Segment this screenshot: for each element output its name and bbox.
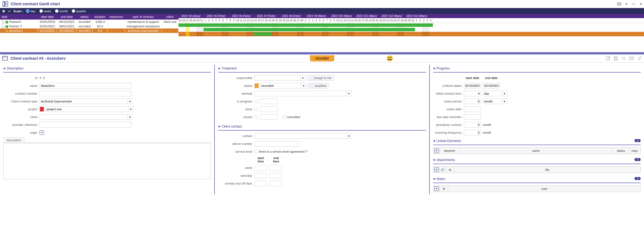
- initial-term-input[interactable]: [464, 91, 481, 96]
- col-duration[interactable]: duration: [92, 14, 108, 20]
- name-input[interactable]: [40, 83, 132, 88]
- description-textarea[interactable]: [3, 143, 211, 179]
- saturday-start-input[interactable]: [254, 173, 267, 178]
- col-status[interactable]: status: [77, 14, 92, 20]
- qualified-button[interactable]: qualified: [308, 83, 329, 88]
- week-start-input[interactable]: [254, 165, 267, 171]
- sla-checkbox[interactable]: [254, 150, 258, 153]
- gantt-month-header: 2021 #9 (Marc): [304, 14, 329, 18]
- table-row[interactable]: AssisServ 02/15/202102/19/2021recorded4 …: [0, 28, 179, 33]
- responsible-caret[interactable]: ▾: [300, 75, 305, 81]
- notice-date-input[interactable]: [464, 106, 481, 112]
- scale-week-radio[interactable]: week: [39, 9, 51, 13]
- type-dropdown-caret[interactable]: ▾: [127, 99, 132, 104]
- attachment-add-button[interactable]: +: [434, 167, 439, 172]
- initial-term-caret[interactable]: ▾: [502, 91, 507, 96]
- menu-more-icon[interactable]: •••: [631, 1, 636, 6]
- provider-reference-input[interactable]: [40, 122, 132, 128]
- col-resources[interactable]: resources: [108, 14, 125, 20]
- col-start[interactable]: start date: [38, 14, 57, 20]
- closed-checkbox[interactable]: [254, 115, 258, 119]
- renewal-caret[interactable]: ▾: [346, 91, 351, 96]
- attachment-link-icon[interactable]: 🔗: [441, 168, 445, 171]
- email-icon[interactable]: [629, 56, 634, 61]
- done-checkbox[interactable]: [254, 107, 258, 111]
- periodicity-input[interactable]: [464, 122, 481, 128]
- gantt-bar[interactable]: [254, 32, 272, 36]
- project-select[interactable]: [45, 106, 128, 112]
- invoicing-input[interactable]: [464, 130, 481, 135]
- note-add-button[interactable]: +: [434, 186, 439, 191]
- attachment-icon[interactable]: [637, 56, 642, 61]
- week-end-input[interactable]: [270, 165, 282, 171]
- scale-day-radio[interactable]: day: [26, 9, 35, 13]
- sunday-end-input[interactable]: [270, 181, 282, 186]
- initial-term-unit[interactable]: [483, 91, 502, 96]
- col-type[interactable]: type of contract: [125, 14, 161, 20]
- closed-date-input[interactable]: [260, 114, 278, 120]
- status-pill: recorded: [310, 55, 334, 61]
- refresh-icon[interactable]: [621, 56, 626, 61]
- scale-toolbar: ▣ ▭ Scale : day week month quarter: [0, 8, 644, 14]
- notice-period-caret[interactable]: ▾: [502, 99, 507, 104]
- saturday-end-input[interactable]: [270, 173, 282, 178]
- status-caret[interactable]: ▾: [301, 83, 306, 88]
- gantt-row[interactable]: [179, 32, 644, 36]
- attachments-table: + 🔗 id file: [433, 166, 641, 173]
- menu-columns-icon[interactable]: [617, 1, 622, 6]
- gantt-row[interactable]: [179, 23, 644, 27]
- project-dropdown-caret[interactable]: ▾: [128, 106, 133, 112]
- menu-dropdown-caret[interactable]: ▾: [626, 2, 627, 6]
- notice-period-input[interactable]: [464, 99, 481, 104]
- menu-more-caret[interactable]: ▾: [640, 2, 642, 6]
- col-client[interactable]: client: [161, 14, 178, 20]
- gantt-bar[interactable]: [179, 23, 433, 27]
- svg-rect-3: [4, 5, 5, 6]
- table-row[interactable]: Partner Y 02/01/202104/01/2021recorded59…: [0, 24, 179, 28]
- scale-quarter-radio[interactable]: quarter: [72, 9, 86, 13]
- client-dropdown-caret[interactable]: ▾: [127, 114, 132, 120]
- cancelled-checkbox[interactable]: [283, 115, 286, 119]
- notice-period-unit[interactable]: [483, 99, 502, 104]
- smiley-icon[interactable]: 😃: [386, 55, 393, 62]
- client-select[interactable]: [40, 114, 127, 120]
- contract-type-select[interactable]: [40, 99, 127, 104]
- assign-to-me-button[interactable]: assign to me: [307, 75, 334, 81]
- save-icon[interactable]: [613, 56, 618, 61]
- origin-add-button[interactable]: +: [40, 130, 44, 135]
- collapse-icon[interactable]: ▭: [8, 9, 11, 13]
- contact-select[interactable]: [254, 133, 346, 139]
- gantt-bar[interactable]: [204, 28, 415, 31]
- gantt-month-header: 2021 #4 (Janu): [179, 14, 204, 18]
- table-row[interactable]: PartnerX 01/01/201804/15/2021recorded120…: [0, 20, 179, 24]
- linked-add-button[interactable]: +: [434, 149, 439, 153]
- new-window-icon[interactable]: [606, 56, 611, 61]
- gantt-row[interactable]: [179, 27, 644, 32]
- contact-caret[interactable]: ▾: [346, 133, 351, 139]
- description-tab[interactable]: description: [3, 137, 24, 143]
- in-progress-checkbox[interactable]: [254, 100, 258, 103]
- gantt-month-header: 2021 #13 (Marc): [404, 14, 430, 18]
- gantt-month-header: 2021 #10 (Marc): [329, 14, 354, 18]
- done-date-input[interactable]: [260, 106, 278, 112]
- gantt-month-header: 2021 #7 (Febr): [254, 14, 279, 18]
- svg-rect-4: [3, 56, 8, 60]
- col-task[interactable]: task: [0, 14, 38, 20]
- page-title: Client contract Gantt chart: [11, 2, 60, 6]
- contract-number-input[interactable]: [40, 91, 132, 96]
- gantt-month-header: 2021 #6 (Febr): [229, 14, 254, 18]
- status-select[interactable]: [260, 83, 301, 88]
- attachments-count-badge: 0: [635, 158, 641, 161]
- responsible-select[interactable]: [254, 75, 300, 81]
- gantt-chart[interactable]: 2021 #4 (Janu)2021 #5 (Febr)2021 #6 (Feb…: [179, 14, 644, 36]
- toggle-tree-icon[interactable]: ▣: [2, 9, 5, 13]
- phone-input[interactable]: [254, 141, 299, 147]
- col-end[interactable]: end date: [57, 14, 77, 20]
- start-date-input[interactable]: [464, 83, 481, 88]
- scale-month-radio[interactable]: month: [55, 9, 68, 13]
- renewal-select[interactable]: [254, 91, 346, 96]
- in-progress-date-input[interactable]: [260, 99, 278, 104]
- due-date-reminder-input[interactable]: [464, 114, 481, 120]
- sunday-start-input[interactable]: [254, 181, 267, 186]
- end-date-input[interactable]: [483, 83, 500, 88]
